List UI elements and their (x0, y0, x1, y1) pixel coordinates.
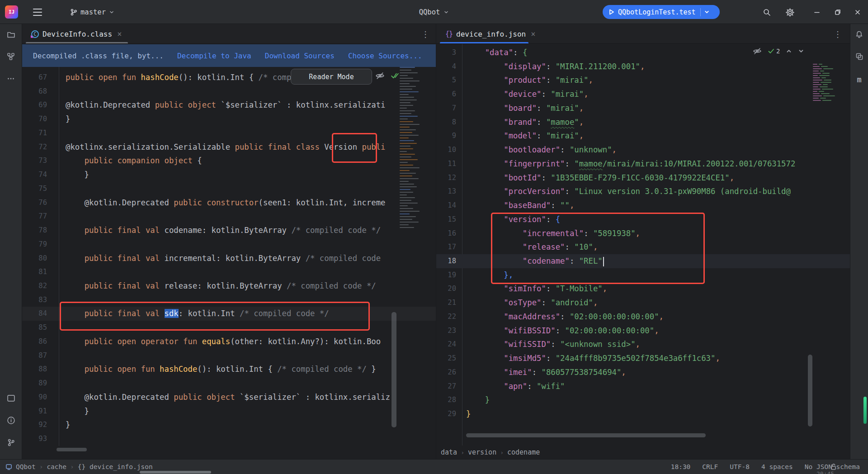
eye-slash-icon[interactable] (375, 71, 385, 81)
code-line[interactable]: 68 (22, 85, 436, 99)
horizontal-scrollbar[interactable] (57, 448, 87, 451)
code-line[interactable]: 91 } (22, 404, 436, 418)
run-configuration-button[interactable]: QQbotLoginTest.test (603, 5, 720, 19)
vertical-scrollbar[interactable] (808, 355, 812, 427)
code-line[interactable]: 25 "imsiMd5": "24a4fff8b9735e502f7854e3a… (436, 351, 850, 365)
status-item[interactable]: 4 spaces (761, 463, 793, 470)
code-line[interactable]: 84 public final val sdk: kotlin.Int /* c… (22, 307, 436, 321)
problems-tool-button[interactable] (0, 412, 22, 428)
code-left[interactable]: 67public open fun hashCode(): kotlin.Int… (22, 67, 436, 446)
code-line[interactable]: 74 } (22, 168, 436, 182)
code-line[interactable]: 81 (22, 265, 436, 279)
code-line[interactable]: 19 }, (436, 268, 850, 282)
code-line[interactable]: 14 "baseBand": "", (436, 199, 850, 213)
code-line[interactable]: 26 "imei": "860577538754694", (436, 365, 850, 379)
code-line[interactable]: 83 (22, 293, 436, 307)
code-right[interactable]: 3 "data": {4 "display": "MIRAI.211200.00… (436, 44, 850, 421)
code-line[interactable]: 72@kotlinx.serialization.Serializable pu… (22, 140, 436, 154)
code-line[interactable]: 17 "release": "10", (436, 240, 850, 254)
code-line[interactable]: 6 "device": "mirai", (436, 87, 850, 101)
structure-tool-button[interactable] (0, 49, 22, 64)
code-line[interactable]: 90 @kotlin.Deprecated public object `$se… (22, 390, 436, 404)
inspection-count-badge[interactable]: 2 (768, 47, 780, 55)
code-line[interactable]: 70} (22, 112, 436, 126)
project-tool-button[interactable] (0, 27, 22, 42)
minimize-button[interactable] (811, 7, 822, 18)
code-line[interactable]: 24 "wifiSSID": "<unknown ssid>", (436, 337, 850, 351)
code-line[interactable]: 21 "osType": "android", (436, 296, 850, 310)
code-line[interactable]: 11 "fingerprint": "mamoe/mirai/mirai:10/… (436, 157, 850, 171)
code-line[interactable]: 76 @kotlin.Deprecated public constructor… (22, 196, 436, 210)
code-line[interactable]: 22 "macAddress": "02:00:00:00:00:00", (436, 310, 850, 324)
code-line[interactable]: 75 (22, 182, 436, 196)
chevron-up-icon[interactable] (786, 48, 792, 54)
code-line[interactable]: 69@kotlin.Deprecated public object `$ser… (22, 98, 436, 112)
more-tool-windows-button[interactable] (0, 71, 22, 86)
breadcrumb-item[interactable]: codename (507, 448, 540, 456)
code-line[interactable]: 29} (436, 407, 850, 421)
status-path-item[interactable]: cache (47, 463, 66, 470)
horizontal-scrollbar[interactable] (466, 433, 706, 437)
code-line[interactable]: 93 (22, 432, 436, 446)
terminal-tool-button[interactable] (0, 390, 22, 406)
notifications-tool-button[interactable] (850, 27, 868, 42)
code-line[interactable]: 67public open fun hashCode(): kotlin.Int… (22, 71, 436, 85)
code-line[interactable]: 12 "bootId": "1B35EBBE-F279-F1CC-6030-41… (436, 171, 850, 185)
code-line[interactable]: 77 (22, 209, 436, 223)
code-line[interactable]: 5 "product": "mirai", (436, 73, 850, 87)
code-line[interactable]: 13 "procVersion": "Linux version 3.0.31-… (436, 185, 850, 199)
code-line[interactable]: 16 "incremental": "5891938", (436, 227, 850, 241)
inspections-widget[interactable]: 2 (753, 47, 804, 56)
status-item[interactable]: 18:30 (671, 463, 691, 470)
code-line[interactable]: 7 "board": "mirai", (436, 101, 850, 115)
tab-deviceinfo-class[interactable]: C DeviceInfo.class × (26, 24, 127, 44)
bottom-scrollbar-fragment[interactable] (140, 471, 211, 474)
code-line[interactable]: 4 "display": "MIRAI.211200.001", (436, 60, 850, 74)
close-tab-icon[interactable]: × (531, 29, 535, 38)
code-line[interactable]: 9 "model": "mirai", (436, 129, 850, 143)
code-line[interactable]: 92} (22, 418, 436, 432)
tab-device-info-json[interactable]: {} device_info.json × (440, 24, 541, 44)
close-window-button[interactable] (852, 7, 863, 18)
tab-options-icon[interactable]: ⋮ (420, 28, 431, 39)
tab-options-icon[interactable]: ⋮ (832, 28, 843, 39)
vcs-branch-widget[interactable]: master (66, 6, 118, 19)
settings-button[interactable] (784, 7, 795, 18)
right-strip-scroll-indicator[interactable] (863, 397, 867, 424)
code-line[interactable]: 20 "simInfo": "T-Mobile", (436, 282, 850, 296)
breadcrumb-item[interactable]: data (441, 448, 457, 456)
eye-slash-icon[interactable] (753, 47, 762, 56)
run-chevron-down-icon[interactable] (704, 9, 710, 15)
unlock-icon[interactable] (830, 463, 837, 470)
code-line[interactable]: 86 public open operator fun equals(other… (22, 335, 436, 349)
status-path-item[interactable]: QQbot (16, 463, 36, 470)
code-line[interactable]: 71 (22, 126, 436, 140)
code-line[interactable]: 18 "codename": "REL" (436, 254, 850, 268)
code-line[interactable]: 23 "wifiBSSID": "02:00:00:00:00:00", (436, 324, 850, 338)
status-item[interactable]: CRLF (702, 463, 718, 470)
maven-tool-button[interactable]: m (850, 72, 868, 87)
main-menu-icon[interactable] (32, 8, 43, 17)
version-control-tool-button[interactable] (0, 435, 22, 450)
vertical-scrollbar[interactable] (392, 312, 396, 427)
code-line[interactable]: 27 "apn": "wifi" (436, 379, 850, 393)
code-line[interactable]: 78 public final val codename: kotlin.Byt… (22, 223, 436, 237)
banner-link[interactable]: Decompile to Java (177, 52, 251, 60)
code-line[interactable]: 80 public final val incremental: kotlin.… (22, 251, 436, 265)
code-line[interactable]: 28 } (436, 393, 850, 407)
code-line[interactable]: 79 (22, 237, 436, 251)
status-item[interactable]: UTF-8 (730, 463, 750, 470)
search-everywhere-button[interactable] (761, 7, 772, 18)
layers-tool-button[interactable] (850, 49, 868, 64)
reader-mode-chip[interactable]: Reader Mode (291, 69, 372, 85)
banner-link[interactable]: Download Sources (265, 52, 335, 60)
code-minimap[interactable] (400, 67, 422, 239)
code-line[interactable]: 8 "brand": "mamoe", (436, 115, 850, 129)
close-tab-icon[interactable]: × (117, 29, 122, 38)
restore-button[interactable] (832, 7, 843, 18)
code-line[interactable]: 87 (22, 349, 436, 363)
code-minimap[interactable] (813, 64, 847, 103)
project-widget[interactable]: QQbot (0, 6, 868, 19)
code-line[interactable]: 10 "bootloader": "unknown", (436, 143, 850, 157)
inspections-ok-icon[interactable] (390, 71, 400, 81)
